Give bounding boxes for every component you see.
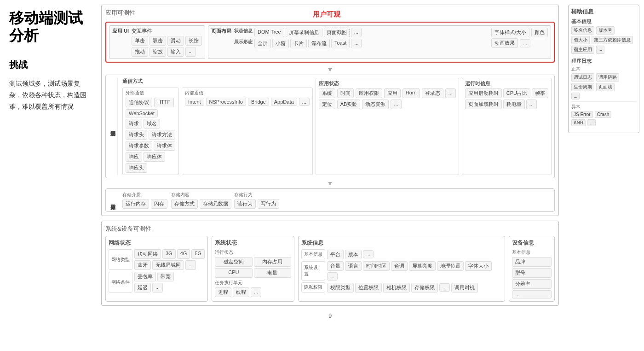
network-status-title: 网络状态 <box>109 239 205 247</box>
storage-medium-label: 存储介质 <box>122 192 168 198</box>
right-tag-crash: Crash <box>595 111 612 118</box>
description: 测试领域多，测试场景复杂，依赖各种状态，构造困难，难以覆盖所有情况 <box>9 78 87 113</box>
storage-medium-tags: 运行内存 闪存 <box>122 199 168 209</box>
display-form-label: 展示形态 <box>234 39 253 45</box>
tag-app-state-app: 应用 <box>384 88 401 98</box>
system-device-grid: 网络状态 网络类型 移动网络 3G 4G 5G <box>105 236 555 302</box>
tag-toast: Toast <box>331 39 350 48</box>
app-internal-label: 应用内部活动 <box>109 78 118 175</box>
tag-slide: 滑动 <box>167 36 184 46</box>
system-status-tags: 磁盘空间 内存占用 CPU 电量 <box>215 257 291 278</box>
right-tag-js-error: JS Error <box>571 111 593 118</box>
tag-login: 登录态 <box>422 88 443 98</box>
basic-device-label: 基本信息 <box>512 249 552 256</box>
app-testability-title: 应用可测性 <box>105 9 135 17</box>
privacy-label-box: 隐私权限 <box>301 282 325 292</box>
ui-interact-block: 应用 UI 交互事件 单击 双击 滑动 长按 拖动 <box>109 25 205 59</box>
right-log-row1: 调试日志 调用链路 <box>571 73 636 82</box>
right-basic-row2: 包大小 第三方依赖库信息 <box>571 36 636 44</box>
right-exception-section: 异常 JS Error Crash ANR ... <box>571 101 636 126</box>
tag-storage-perm: 存储权限 <box>411 283 438 292</box>
tag-req-body: 请求体 <box>154 141 175 151</box>
storage-medium-block: 存储介质 运行内存 闪存 <box>122 192 168 209</box>
tag-nsprocessinfo: NSProcessInfo <box>206 98 246 106</box>
right-main-title: 辅助信息 <box>571 8 636 16</box>
network-type-row: 网络类型 移动网络 3G 4G 5G 蓝牙 无线局域网 <box>109 249 205 270</box>
comm-protocol-row: 通信协议 HTTP WebSocket <box>126 98 176 117</box>
right-log-title: 程序日志 <box>571 58 636 64</box>
comm-section: 通信方式 外部通信 通信协议 HTTP WebSocket 请求 <box>122 78 313 175</box>
tag-resp-body: 响应体 <box>144 152 165 162</box>
tag-version-sys: 版本 <box>345 250 362 259</box>
tag-zoom: 缩放 <box>150 47 166 57</box>
network-type-content: 移动网络 3G 4G 5G 蓝牙 无线局域网 ... <box>134 249 205 270</box>
storage-content-tags: 存储方式 存储元数据 <box>171 199 231 209</box>
tag-brightness: 屏幕亮度 <box>409 261 436 271</box>
user-visible-label: 用户可观 <box>313 10 340 19</box>
runtime-tags-row1: 应用启动耗时 CPU占比 帧率 <box>465 88 548 98</box>
right-tag-dots-log: ... <box>571 93 580 99</box>
tag-permission: 应用权限 <box>356 88 382 98</box>
tag-brand: 品牌 <box>512 257 552 267</box>
system-info-title: 系统信息 <box>301 239 502 247</box>
right-basic-row1: 签名信息 版本号 <box>571 26 636 35</box>
tag-horn: Horn <box>402 88 420 98</box>
system-info-block: 系统信息 基本信息 平台 版本 ... <box>298 236 505 302</box>
right-log-row3: ... <box>571 93 636 99</box>
sys-settings-row: 系统设置 音量 语言 时间时区 色调 屏幕亮度 地理位置 字体大小 ... <box>301 261 502 281</box>
right-panel: 辅助信息 基本信息 签名信息 版本号 包大小 第三方依赖库信息 宿主应用 ... <box>564 0 644 351</box>
app-testability-diagram: 应用可测性 用户可观 应用 UI 交互事件 单击 <box>101 5 559 216</box>
tag-language: 语言 <box>345 261 362 271</box>
external-comm-block: 外部通信 通信协议 HTTP WebSocket 请求 域名 请求头 请求方法 <box>122 88 179 175</box>
tag-comm-protocol: 通信协议 <box>126 98 152 107</box>
privacy-tags: 权限类型 位置权限 相机权限 存储权限 ... 调用时机 <box>327 282 478 292</box>
basic-info-label-box: 基本信息 <box>301 249 325 259</box>
tag-response: 响应 <box>126 152 142 162</box>
tag-resp-header: 响应头 <box>126 163 147 173</box>
right-log-row2: 生命周期 页面栈 <box>571 83 636 91</box>
network-condition-row: 网络条件 丢包率 带宽 延迟 ... <box>109 272 205 292</box>
tag-system: 系统 <box>319 88 335 98</box>
tag-intent: Intent <box>185 98 204 106</box>
tag-color-adj: 色调 <box>391 261 408 271</box>
tag-packet-loss: 丢包率 <box>134 272 156 281</box>
internal-comm-label: 内部通信 <box>185 90 310 96</box>
arrow-down-1: ▼ <box>105 66 555 73</box>
tag-platform: 平台 <box>327 250 344 259</box>
network-type-text: 网络类型 <box>111 257 130 263</box>
privacy-text: 隐私权限 <box>304 284 322 291</box>
basic-info-row: 基本信息 平台 版本 ... <box>301 249 502 259</box>
net-cond-text: 网络条件 <box>111 279 130 286</box>
tag-dots-cond: ... <box>152 283 163 292</box>
tag-running-mem: 运行内存 <box>122 199 149 209</box>
system-device-diagram: 系统&设备可测性 网络状态 网络类型 移动网络 3G 4G <box>101 221 559 306</box>
tag-req-header: 请求头 <box>126 130 147 140</box>
storage-block: 应用存储 存储介质 运行内存 闪存 存储内容 存储方式 存储元数据 <box>105 188 555 212</box>
right-tag-anr: ANR <box>571 119 586 126</box>
tag-4g: 4G <box>177 249 190 259</box>
device-tags: 品牌 型号 分辨率 ... <box>512 257 552 298</box>
tag-dots-dev: ... <box>512 290 552 298</box>
tag-perm-type: 权限类型 <box>327 283 354 292</box>
request-tags: 请求 域名 请求头 请求方法 请求参数 请求体 响应 响应体 响应头 <box>126 119 176 173</box>
right-basic-info: 基本信息 签名信息 版本号 包大小 第三方依赖库信息 宿主应用 ... <box>571 18 636 54</box>
runtime-tags-row2: 页面加载耗时 耗电量 ... <box>465 99 548 109</box>
tag-dots-sys: ... <box>327 272 338 281</box>
tag-dots-display: ... <box>351 39 362 48</box>
right-tag-version: 版本号 <box>596 26 615 35</box>
tag-timer: 调用时机 <box>451 283 478 292</box>
right-tag-sign: 签名信息 <box>571 26 594 35</box>
right-normal-label: 正常 <box>571 66 636 72</box>
tag-dots-basic: ... <box>363 250 374 258</box>
right-exc-row1: JS Error Crash <box>571 111 636 118</box>
right-main-box: 辅助信息 基本信息 签名信息 版本号 包大小 第三方依赖库信息 宿主应用 ... <box>568 5 639 133</box>
tag-dots-priv: ... <box>439 283 450 292</box>
wifi-row: 蓝牙 无线局域网 ... <box>134 260 205 270</box>
app-state-label: 应用状态 <box>319 80 456 87</box>
sys-settings-tags: 音量 语言 时间时区 色调 屏幕亮度 地理位置 字体大小 ... <box>327 261 502 281</box>
tag-websocket: WebSocket <box>126 109 158 117</box>
right-tag-pkg-size: 包大小 <box>571 36 590 44</box>
right-exception-label: 异常 <box>571 104 636 110</box>
running-status-label: 运行状态 <box>215 249 291 256</box>
status-info-label: 状态信息 <box>234 28 253 34</box>
